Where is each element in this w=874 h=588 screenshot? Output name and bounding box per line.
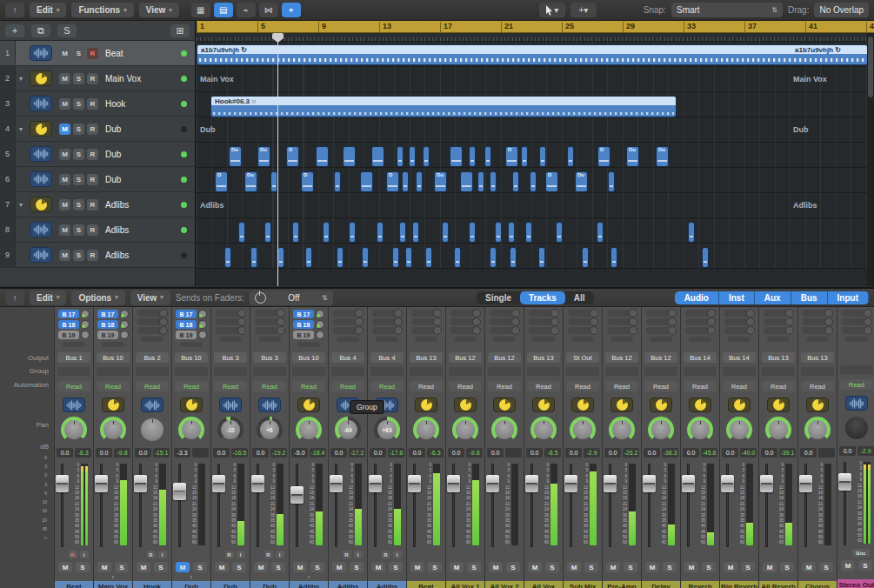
strip-name[interactable]: All Vox 1 — [446, 581, 484, 588]
send-slot-empty[interactable] — [803, 310, 832, 317]
type-filter-aux[interactable]: Aux — [755, 291, 791, 304]
type-filter-inst[interactable]: Inst — [719, 291, 755, 304]
volume-value[interactable]: 0.0 — [644, 448, 660, 458]
peak-value[interactable]: -15.1 — [153, 448, 170, 458]
automation-mode-button[interactable]: Read — [449, 381, 482, 391]
track-row-dub[interactable]: 4▾MSRDub — [0, 117, 195, 142]
audio-clip[interactable] — [460, 171, 473, 192]
peak-value[interactable]: -9.8 — [114, 448, 130, 458]
audio-clip[interactable] — [508, 222, 515, 243]
output-select[interactable]: St Out — [566, 352, 599, 363]
automation-mode-button[interactable]: Read — [253, 381, 286, 391]
mute-button[interactable]: M — [410, 562, 424, 572]
group-select[interactable] — [801, 367, 834, 376]
fader-cap[interactable] — [56, 475, 69, 492]
audio-clip[interactable]: Du — [244, 171, 257, 192]
group-select[interactable] — [136, 367, 169, 376]
solo-button[interactable]: S — [73, 174, 84, 185]
channel-strip-adlibs[interactable]: B 17B 18B 19Bus 10Read-5.0-18.4036912151… — [290, 307, 329, 588]
audio-clip[interactable] — [454, 247, 461, 268]
record-enable-button[interactable]: R — [87, 250, 98, 261]
volume-value[interactable]: 0.0 — [252, 448, 269, 458]
send-slot[interactable]: B 17 — [176, 310, 207, 318]
pan-knob[interactable] — [570, 417, 596, 443]
track-row-beat[interactable]: 1MSRBeat — [0, 41, 195, 66]
channel-strip-all-reverb[interactable]: Bus 13Read0.0-39.10369121518212430354045… — [759, 307, 798, 588]
stack-disclosure-arrow[interactable]: › — [290, 574, 328, 581]
audio-clip[interactable]: Du — [575, 171, 588, 192]
pan-knob[interactable] — [100, 417, 126, 443]
input-monitor-button[interactable]: I — [354, 551, 363, 558]
strip-name[interactable]: Dub — [211, 581, 250, 588]
audio-clip[interactable] — [539, 146, 546, 167]
peak-value[interactable]: -2.9 — [857, 446, 874, 456]
volume-value[interactable]: -3.3 — [174, 448, 190, 458]
chevron-down-icon[interactable]: ▾ — [16, 201, 26, 209]
output-select[interactable]: Bus 12 — [605, 352, 638, 363]
grid-view-icon[interactable]: ▦ — [191, 3, 210, 17]
audio-clip[interactable] — [250, 247, 257, 268]
output-select[interactable]: Bus 12 — [488, 352, 521, 363]
sends-on-faders-select[interactable]: Off ⇅ — [250, 291, 333, 305]
send-slot-empty[interactable] — [372, 327, 402, 334]
fader-cap[interactable] — [564, 475, 577, 492]
send-slot[interactable]: B 18 — [58, 320, 90, 329]
send-slot-empty[interactable] — [255, 310, 284, 317]
fader-cap[interactable] — [682, 475, 695, 492]
audio-clip[interactable] — [360, 171, 373, 192]
channel-strip-main-vox[interactable]: B 17B 18B 19Bus 10Read0.0-9.803691215182… — [94, 307, 133, 588]
track-row-hook[interactable]: 3MSRHook — [0, 91, 195, 117]
solo-button[interactable]: S — [310, 562, 324, 572]
fader-cap[interactable] — [290, 486, 304, 504]
mute-button[interactable]: M — [59, 98, 70, 110]
pan-knob[interactable] — [61, 417, 87, 443]
send-bus-button[interactable]: B 19 — [176, 331, 197, 339]
solo-button[interactable]: S — [73, 98, 84, 110]
track-row-adlibs[interactable]: 8MSRAdlibs — [0, 217, 195, 243]
input-monitor-button[interactable]: I — [237, 551, 245, 558]
send-slot[interactable]: B 19 — [176, 331, 207, 339]
audio-clip[interactable]: D — [215, 171, 228, 192]
pan-knob[interactable]: -64 — [335, 417, 361, 443]
send-knob[interactable] — [316, 331, 324, 339]
record-enable-button[interactable]: R — [87, 73, 98, 84]
send-slot-empty[interactable] — [724, 327, 754, 334]
pan-knob[interactable]: -10 — [217, 417, 244, 443]
group-select[interactable] — [292, 367, 325, 376]
volume-value[interactable]: 0.0 — [526, 448, 543, 458]
marquee-tool-icon[interactable]: ⋈ — [259, 3, 278, 17]
mute-button[interactable]: M — [763, 562, 777, 572]
send-slot-empty[interactable] — [568, 327, 597, 334]
strip-name[interactable]: Main Vox — [94, 581, 132, 588]
automation-mode-button[interactable]: Read — [410, 381, 443, 391]
audio-clip[interactable] — [610, 247, 617, 268]
send-slot-empty[interactable] — [333, 327, 363, 334]
record-enable-button[interactable]: R — [87, 174, 98, 185]
audio-clip[interactable] — [490, 247, 497, 268]
audio-clip[interactable] — [702, 247, 709, 268]
mute-button[interactable]: M — [293, 562, 307, 572]
record-enable-button[interactable]: R — [147, 551, 156, 558]
send-slot-empty[interactable] — [137, 327, 167, 334]
send-slot-empty[interactable] — [216, 318, 245, 325]
send-slot-empty[interactable] — [137, 318, 167, 325]
fader-cap[interactable] — [525, 475, 538, 492]
volume-value[interactable]: 0.0 — [565, 448, 582, 458]
pan-knob[interactable] — [139, 417, 165, 443]
send-slot-empty[interactable] — [646, 327, 676, 334]
channel-strip-big-reverb[interactable]: Bus 14Read0.0-40.00369121518212430354045… — [720, 307, 759, 588]
peak-value[interactable]: -26.2 — [623, 448, 639, 458]
channel-strip-chorus[interactable]: Bus 13Read0.003691215182124303540455060M… — [798, 307, 837, 588]
fader-cap[interactable] — [760, 475, 773, 492]
mute-button[interactable]: M — [567, 562, 581, 572]
automation-mode-button[interactable]: Read — [801, 381, 834, 391]
mute-button[interactable]: M — [841, 560, 855, 571]
ruler-ticks[interactable] — [197, 33, 874, 42]
output-select[interactable]: Bus 2 — [136, 352, 169, 363]
volume-value[interactable]: 0.0 — [683, 448, 699, 458]
send-knob[interactable] — [81, 310, 90, 318]
send-slot-empty[interactable] — [490, 318, 519, 325]
send-slot-empty[interactable] — [607, 327, 637, 334]
chevron-down-icon[interactable]: ▾ — [16, 75, 26, 83]
volume-value[interactable]: -5.0 — [291, 448, 308, 458]
